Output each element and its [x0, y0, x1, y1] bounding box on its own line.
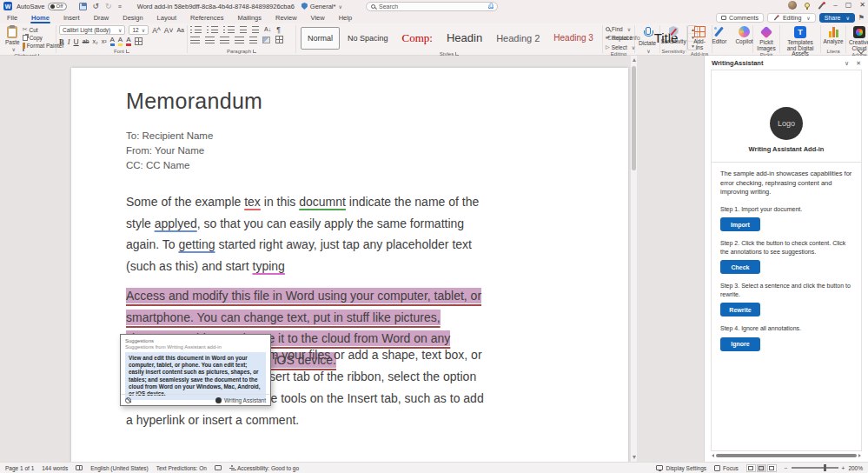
tab-layout[interactable]: Layout	[150, 13, 184, 23]
text-predictions[interactable]: Text Predictions: On	[156, 465, 207, 471]
tab-design[interactable]: Design	[116, 13, 149, 23]
align-left-icon[interactable]	[190, 37, 200, 43]
sensitivity-button[interactable]: Sensitivity	[659, 25, 687, 46]
tab-help[interactable]: Help	[332, 13, 359, 23]
italic-button[interactable]: I	[68, 37, 70, 46]
comments-button[interactable]: Comments	[716, 13, 764, 23]
zoom-level[interactable]: 200%	[848, 465, 863, 471]
zoom-slider[interactable]	[792, 467, 838, 469]
tab-insert[interactable]: Insert	[56, 13, 87, 23]
scroll-left-arrow[interactable]	[712, 454, 714, 457]
align-center-icon[interactable]	[205, 37, 215, 43]
select-button[interactable]: ▷Select∨	[606, 43, 635, 51]
scroll-right-arrow[interactable]	[858, 454, 861, 457]
character-shading-button[interactable]	[135, 37, 142, 45]
print-layout-button[interactable]	[757, 464, 766, 472]
tab-mailings[interactable]: Mailings	[230, 13, 268, 23]
pane-horizontal-scrollbar[interactable]	[712, 452, 861, 458]
zoom-in-button[interactable]: +	[842, 465, 845, 471]
annotation-style[interactable]: typing	[253, 259, 285, 273]
scroll-up-arrow[interactable]	[633, 58, 636, 62]
dictate-button[interactable]: Dictate∨	[637, 25, 658, 55]
text-highlight-button[interactable]: A	[118, 37, 123, 46]
sort-icon[interactable]: A↓	[264, 25, 271, 34]
text-effects-button[interactable]: A	[110, 37, 115, 46]
pickit-images-button[interactable]: Pickit Images	[755, 25, 777, 52]
autosave-switch[interactable]: Off	[48, 3, 67, 10]
grow-font-button[interactable]: A^	[152, 26, 161, 35]
style-no-spacing[interactable]: No Spacing	[341, 27, 394, 50]
search-input[interactable]: Search	[366, 2, 498, 11]
addins-button[interactable]: Add-ins	[690, 25, 709, 51]
redo-icon[interactable]: ↻	[105, 3, 112, 10]
tab-view[interactable]: View	[304, 13, 332, 23]
superscript-button[interactable]: x²	[102, 37, 107, 46]
chevron-down-icon[interactable]: ∨	[338, 3, 341, 10]
document-page[interactable]: Memorandum To: Recipient Name From: Your…	[71, 68, 628, 462]
read-mode-button[interactable]	[746, 464, 756, 472]
annotation-suggestion[interactable]: getting	[178, 237, 215, 251]
creative-cloud-button[interactable]: Creative Cloud	[847, 25, 868, 52]
editor-button[interactable]: Editor	[710, 25, 728, 46]
memo-from[interactable]: From: Your Name	[126, 143, 213, 158]
import-button[interactable]: Import	[720, 217, 760, 231]
language-indicator[interactable]: English (United States)	[90, 465, 148, 471]
font-name-select[interactable]: Calibri Light (Body)∨	[59, 25, 125, 35]
sensitivity-badge[interactable]: General*	[310, 3, 336, 10]
increase-indent-icon[interactable]	[252, 26, 259, 33]
search-mic-icon[interactable]	[488, 3, 493, 10]
style-normal[interactable]: Normal	[301, 27, 340, 50]
scroll-down-arrow[interactable]	[633, 456, 636, 459]
memo-title[interactable]: Memorandum	[126, 89, 262, 114]
customize-qat-icon[interactable]: ≡	[118, 3, 122, 10]
align-right-icon[interactable]	[220, 37, 229, 43]
keyboard-icon[interactable]	[215, 465, 222, 470]
zoom-slider-thumb[interactable]	[824, 464, 826, 471]
accessibility-status[interactable]: Accessibility: Good to go	[237, 465, 299, 471]
popup-suggestion-text[interactable]: View and edit this document in Word on y…	[125, 352, 266, 400]
close-button[interactable]: ✕	[859, 1, 865, 10]
style-heading3[interactable]: Heading 3	[547, 27, 600, 50]
memo-cc[interactable]: CC: CC Name	[126, 158, 213, 173]
justify-icon[interactable]	[235, 37, 244, 43]
restore-button[interactable]: ▢	[845, 1, 852, 10]
templates-digital-assets-button[interactable]: TTemplates and Digital Assets	[783, 25, 818, 58]
word-app-icon[interactable]: W	[3, 2, 12, 10]
ignore-button[interactable]: Ignore	[720, 337, 760, 351]
minimize-button[interactable]: –	[833, 1, 837, 10]
find-button[interactable]: Find∨	[606, 26, 635, 32]
style-heading2[interactable]: Heading 2	[490, 27, 546, 50]
pane-close-icon[interactable]: ✕	[856, 60, 861, 67]
strikethrough-button[interactable]: ab	[83, 37, 89, 46]
line-spacing-icon[interactable]	[249, 37, 257, 43]
page-indicator[interactable]: Page 1 of 1	[5, 465, 34, 471]
multilevel-list-icon[interactable]	[223, 26, 235, 33]
shrink-font-button[interactable]: A˅	[164, 26, 174, 35]
change-case-button[interactable]: Aa	[176, 26, 184, 35]
zoom-out-button[interactable]: −	[785, 465, 788, 471]
proofing-icon[interactable]	[76, 465, 83, 470]
tab-references[interactable]: References	[183, 13, 230, 23]
style-company[interactable]: Comp:	[396, 27, 439, 50]
replace-button[interactable]: ⇄Replace	[606, 34, 635, 42]
check-button[interactable]: Check	[720, 260, 760, 274]
shading-icon[interactable]	[262, 37, 270, 43]
tab-file[interactable]: File	[0, 13, 24, 23]
underline-button[interactable]: U	[74, 37, 79, 46]
tab-review[interactable]: Review	[268, 13, 304, 23]
paste-button[interactable]: Paste∨	[3, 25, 23, 53]
display-settings-button[interactable]: Display Settings	[656, 465, 706, 471]
pin-icon[interactable]: ⚑	[858, 14, 865, 22]
ignore-suggestion-icon[interactable]	[125, 397, 131, 403]
save-icon[interactable]	[79, 3, 87, 10]
paragraph-dialog-launcher[interactable]	[253, 50, 256, 53]
pen-mode-icon[interactable]	[818, 2, 825, 10]
pane-menu-chevron-icon[interactable]: ∨	[845, 60, 849, 67]
pane-scrollbar-thumb[interactable]	[716, 454, 857, 457]
pilcrow-icon[interactable]: ¶	[276, 25, 281, 34]
paragraph-annotated[interactable]: Some of the example tex in this documnt …	[126, 191, 486, 276]
font-color-button[interactable]: A	[126, 37, 130, 46]
tab-draw[interactable]: Draw	[87, 13, 116, 23]
focus-button[interactable]: Focus	[714, 465, 739, 471]
font-dialog-launcher[interactable]	[126, 50, 129, 53]
